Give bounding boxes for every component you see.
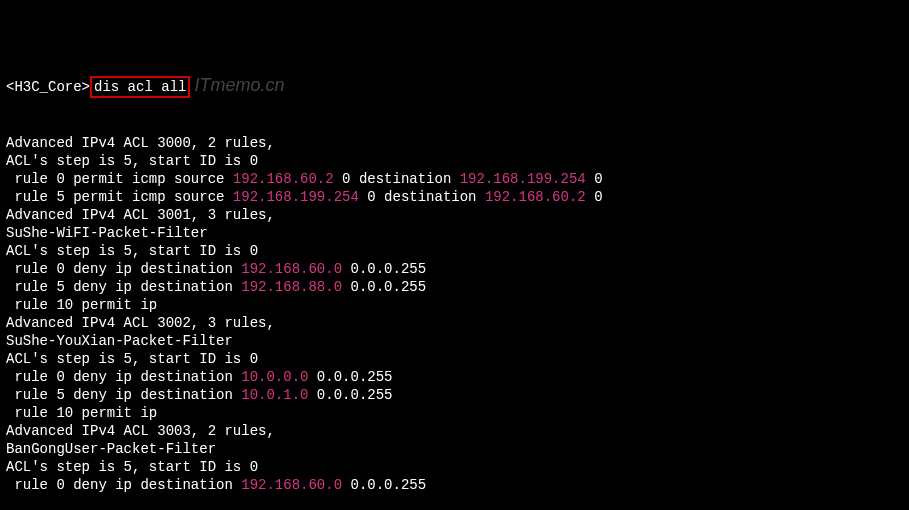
acl-step-line: ACL's step is 5, start ID is 0: [6, 152, 903, 170]
acl-header: Advanced IPv4 ACL 3003, 2 rules,: [6, 422, 903, 440]
watermark-logo: 电脑软硬件教程网 www.computer26.com: [721, 448, 899, 500]
terminal-output: Advanced IPv4 ACL 3000, 2 rules,ACL's st…: [6, 134, 903, 494]
watermark-top: ITmemo.cn: [194, 75, 284, 95]
acl-rule: rule 0 permit icmp source 192.168.60.2 0…: [6, 170, 903, 188]
command-line[interactable]: <H3C_Core>dis acl allITmemo.cn: [6, 76, 903, 98]
acl-step-line: ACL's step is 5, start ID is 0: [6, 350, 903, 368]
acl-rule: rule 5 deny ip destination 192.168.88.0 …: [6, 278, 903, 296]
acl-name: SuShe-WiFI-Packet-Filter: [6, 224, 903, 242]
acl-rule: rule 10 permit ip: [6, 296, 903, 314]
acl-rule: rule 10 permit ip: [6, 404, 903, 422]
acl-rule: rule 5 deny ip destination 10.0.1.0 0.0.…: [6, 386, 903, 404]
command-highlight-box: dis acl all: [90, 76, 190, 98]
acl-rule: rule 5 permit icmp source 192.168.199.25…: [6, 188, 903, 206]
acl-step-line: ACL's step is 5, start ID is 0: [6, 242, 903, 260]
acl-rule: rule 0 deny ip destination 10.0.0.0 0.0.…: [6, 368, 903, 386]
acl-name: SuShe-YouXian-Packet-Filter: [6, 332, 903, 350]
acl-rule: rule 0 deny ip destination 192.168.60.0 …: [6, 260, 903, 278]
command-text: dis acl all: [94, 79, 186, 95]
prompt-host: <H3C_Core>: [6, 79, 90, 95]
acl-header: Advanced IPv4 ACL 3001, 3 rules,: [6, 206, 903, 224]
acl-header: Advanced IPv4 ACL 3000, 2 rules,: [6, 134, 903, 152]
acl-header: Advanced IPv4 ACL 3002, 3 rules,: [6, 314, 903, 332]
